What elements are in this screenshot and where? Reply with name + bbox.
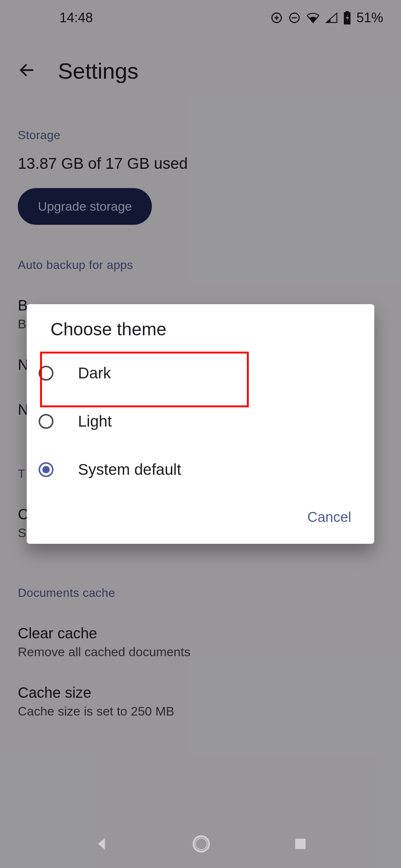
dialog-title: Choose theme xyxy=(27,319,374,349)
radio-label: Light xyxy=(78,412,112,430)
svg-rect-8 xyxy=(295,839,306,849)
choose-theme-dialog: Choose theme Dark Light System default C… xyxy=(27,304,374,544)
theme-option-light[interactable]: Light xyxy=(27,397,374,445)
radio-unchecked-icon xyxy=(38,365,54,381)
cancel-button[interactable]: Cancel xyxy=(301,505,358,530)
theme-option-dark[interactable]: Dark xyxy=(27,349,374,397)
radio-unchecked-icon xyxy=(38,413,54,430)
nav-home-icon[interactable] xyxy=(192,835,211,853)
radio-label: System default xyxy=(78,461,181,479)
svg-point-2 xyxy=(39,366,53,380)
svg-point-6 xyxy=(193,836,209,852)
svg-point-3 xyxy=(39,415,53,428)
nav-recent-icon[interactable] xyxy=(293,836,308,852)
system-nav-bar xyxy=(0,820,401,868)
dialog-actions: Cancel xyxy=(27,494,374,534)
radio-label: Dark xyxy=(78,364,111,382)
svg-point-7 xyxy=(195,838,207,849)
nav-back-icon[interactable] xyxy=(93,835,110,852)
radio-checked-icon xyxy=(38,461,54,478)
theme-option-system-default[interactable]: System default xyxy=(27,445,374,494)
svg-point-5 xyxy=(42,466,50,473)
